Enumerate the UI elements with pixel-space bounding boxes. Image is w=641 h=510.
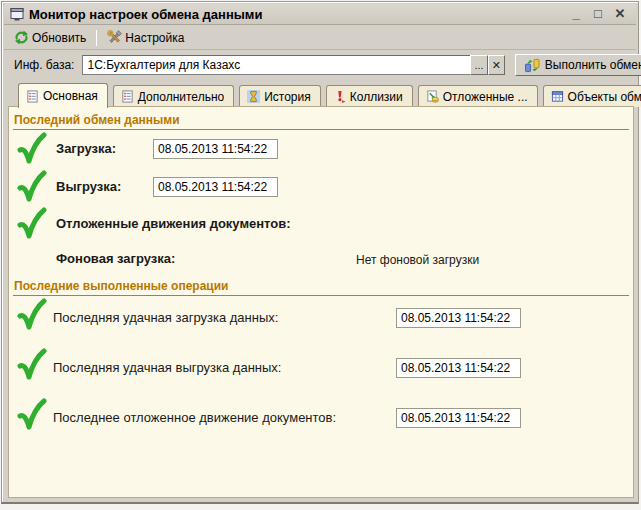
toolbar-separator — [96, 30, 97, 46]
checkmark-icon — [17, 207, 47, 241]
objects-table-icon — [551, 90, 564, 103]
window-form-icon — [10, 7, 24, 21]
titlebar: Монитор настроек обмена данными _ □ ✕ — [4, 4, 636, 25]
infobase-row: Инф. база: ... ✕ Выполнить обмен — [4, 51, 636, 79]
infobase-field-group: ... ✕ — [82, 55, 504, 75]
tab-main[interactable]: Основная — [18, 83, 108, 108]
tab-additional-label: Дополнительно — [138, 90, 224, 104]
deferred-movements-label: Отложенные движения документов: — [56, 216, 291, 231]
toolbar: Обновить Настройка — [4, 26, 636, 50]
form-icon — [26, 90, 39, 103]
infobase-input[interactable] — [82, 55, 470, 75]
window-controls: _ □ ✕ — [570, 8, 630, 20]
tab-strip: Основная Дополнительно — [4, 82, 636, 107]
group-header-last-operations: Последние выполненные операции — [13, 279, 629, 296]
tab-collisions-label: Коллизии — [350, 90, 403, 104]
refresh-button[interactable]: Обновить — [8, 27, 92, 48]
checkmark-icon — [17, 298, 47, 332]
load-label: Загрузка: — [56, 141, 116, 156]
background-load-label: Фоновая загрузка: — [56, 251, 175, 266]
refresh-label: Обновить — [32, 31, 86, 45]
tab-exchange-objects-label: Объекты обм... — [568, 90, 641, 104]
checkmark-icon — [17, 398, 47, 432]
settings-button[interactable]: Настройка — [101, 27, 190, 48]
maximize-button[interactable]: □ — [592, 8, 604, 20]
refresh-icon — [14, 30, 29, 45]
checkmark-icon — [17, 348, 47, 382]
last-unload-label: Последняя удачная выгрузка данных: — [53, 360, 281, 375]
hourglass-icon — [247, 90, 260, 103]
tab-deferred[interactable]: Отложенные ... — [418, 85, 538, 107]
settings-label: Настройка — [125, 31, 184, 45]
tab-deferred-label: Отложенные ... — [443, 90, 528, 104]
last-load-datetime-field[interactable] — [396, 308, 521, 328]
group-header-last-exchange: Последний обмен данными — [13, 113, 629, 130]
form-icon — [121, 90, 134, 103]
close-button[interactable]: ✕ — [614, 8, 626, 20]
clear-icon[interactable]: ✕ — [488, 55, 505, 75]
infobase-label: Инф. база: — [14, 58, 74, 72]
exclamation-icon — [334, 90, 346, 103]
checkmark-icon — [17, 170, 47, 204]
tab-history[interactable]: История — [239, 85, 321, 107]
last-deferred-datetime-field[interactable] — [396, 408, 521, 428]
deferred-doc-icon — [426, 90, 439, 103]
exchange-monitor-window: Монитор настроек обмена данными _ □ ✕ Об… — [1, 1, 639, 504]
last-load-label: Последняя удачная загрузка данных: — [53, 310, 278, 325]
tab-additional[interactable]: Дополнительно — [113, 85, 234, 107]
tab-history-label: История — [264, 90, 311, 104]
last-deferred-label: Последнее отложенное движение документов… — [53, 410, 336, 425]
unload-datetime-field[interactable] — [153, 177, 278, 197]
background-load-value: Нет фоновой загрузки — [356, 253, 479, 267]
tab-collisions[interactable]: Коллизии — [326, 85, 413, 107]
tools-icon — [107, 30, 122, 45]
last-unload-datetime-field[interactable] — [396, 358, 521, 378]
tab-main-label: Основная — [43, 89, 98, 103]
load-datetime-field[interactable] — [153, 139, 278, 159]
window-title: Монитор настроек обмена данными — [29, 7, 565, 22]
minimize-button[interactable]: _ — [570, 8, 582, 20]
exchange-icon — [524, 58, 541, 73]
tab-exchange-objects[interactable]: Объекты обм... — [543, 85, 641, 107]
checkmark-icon — [17, 132, 47, 166]
browse-button[interactable]: ... — [470, 55, 487, 75]
main-panel: Последний обмен данными Загрузка: Выгруз… — [8, 106, 634, 498]
run-exchange-label: Выполнить обмен — [545, 58, 641, 72]
run-exchange-button[interactable]: Выполнить обмен — [515, 54, 641, 76]
unload-label: Выгрузка: — [56, 179, 121, 194]
